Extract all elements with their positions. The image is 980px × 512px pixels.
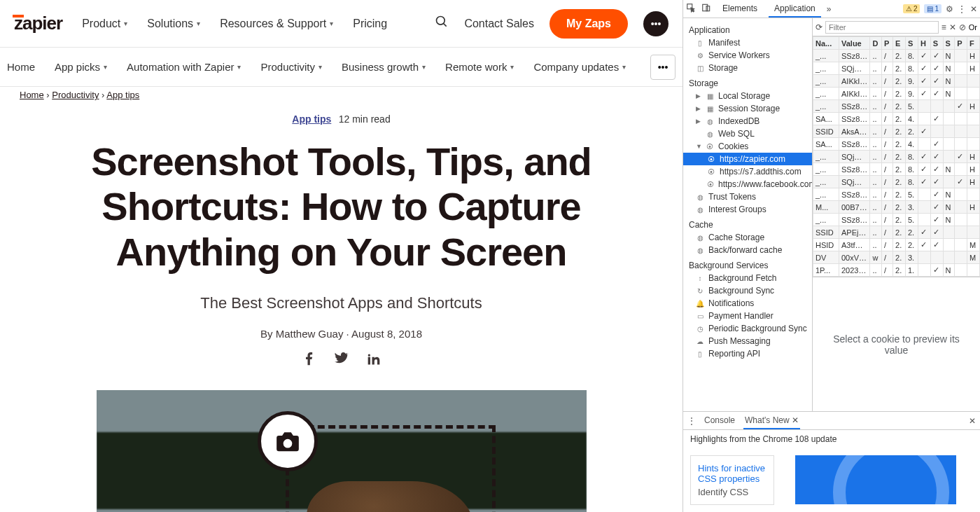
clear-icon[interactable]: ✕: [949, 22, 956, 32]
database-icon: ◫: [696, 64, 704, 72]
close-icon[interactable]: ✕: [969, 416, 976, 426]
crumb-app-tips[interactable]: App tips: [106, 90, 139, 100]
my-zaps-button[interactable]: My Zaps: [550, 9, 628, 39]
hint-link[interactable]: Hints for inactive CSS properties: [698, 463, 766, 484]
cookie-row[interactable]: SSIDAPEjDT...../2.2.✓✓: [813, 226, 980, 239]
cookie-row[interactable]: _...SSz8fU...../2.8.✓✓NH: [813, 50, 980, 62]
sidebar-item-bg-sync[interactable]: ↻Background Sync: [683, 284, 812, 297]
cookie-row[interactable]: _...SQjWfb...../2.8.✓✓✓H: [813, 176, 980, 188]
sidebar-item-manifest[interactable]: ▯Manifest: [683, 36, 812, 49]
cookie-row[interactable]: _...SSz8fU...../2.5.✓N: [813, 214, 980, 226]
sidebar-item-push[interactable]: ☁Push Messaging: [683, 335, 812, 347]
sidebar-item-interest-groups[interactable]: ◍Interest Groups: [683, 203, 812, 216]
contact-sales-link[interactable]: Contact Sales: [464, 18, 534, 30]
nav-resources[interactable]: Resources & Support▾: [220, 18, 333, 30]
search-icon[interactable]: [435, 15, 449, 32]
subnav-automation[interactable]: Automation with Zapier▾: [127, 61, 241, 73]
cookie-row[interactable]: SA...SSz8fU...../2.4.✓: [813, 138, 980, 151]
tab-elements[interactable]: Elements: [717, 1, 763, 18]
cookie-row[interactable]: SA...SSz8fU...../2.4.✓: [813, 113, 980, 125]
sidebar-item-periodic-sync[interactable]: ◷Periodic Background Sync: [683, 322, 812, 335]
refresh-icon[interactable]: ⟳: [816, 22, 822, 32]
whatsnew-card[interactable]: Hints for inactive CSS properties Identi…: [690, 455, 774, 505]
subnav-productivity[interactable]: Productivity▾: [260, 61, 322, 73]
crumb-home[interactable]: Home: [20, 90, 44, 100]
cookie-row[interactable]: HSIDA3tfCr9j...../2.2.✓✓M: [813, 239, 980, 251]
subnav-business[interactable]: Business growth▾: [342, 61, 426, 73]
filter-settings-icon[interactable]: ≡: [941, 22, 946, 32]
svg-rect-4: [706, 6, 710, 11]
kebab-icon[interactable]: ⋮: [687, 416, 696, 426]
subnav-company[interactable]: Company updates▾: [533, 61, 626, 73]
sidebar-section-application: Application: [683, 21, 812, 36]
info-badge[interactable]: ▤1: [924, 4, 941, 13]
device-toggle-icon[interactable]: [701, 3, 711, 15]
sidebar-item-storage[interactable]: ◫Storage: [683, 62, 812, 74]
sidebar-item-bf-cache[interactable]: ◍Back/forward cache: [683, 244, 812, 256]
cookie-row[interactable]: DV00xVb7...w/2.3.M: [813, 251, 980, 264]
crumb-productivity[interactable]: Productivity: [52, 90, 99, 100]
drawer-tab-console[interactable]: Console: [703, 413, 736, 429]
logo[interactable]: zapier: [14, 13, 62, 34]
sidebar-item-cookies[interactable]: ▼⦿Cookies: [683, 140, 812, 153]
sidebar-item-trust-tokens[interactable]: ◍Trust Tokens: [683, 191, 812, 203]
cookie-row[interactable]: _...AIKkIs2...../2.9.✓✓N: [813, 88, 980, 100]
cookie-domain-addthis[interactable]: ⦿https://s7.addthis.com: [683, 165, 812, 178]
twitter-icon[interactable]: [335, 352, 349, 369]
sidebar-item-reporting[interactable]: ▯Reporting API: [683, 347, 812, 360]
sidebar-item-local-storage[interactable]: ▶▦Local Storage: [683, 90, 812, 102]
sidebar-item-bg-fetch[interactable]: ↕Background Fetch: [683, 272, 812, 284]
more-menu-button[interactable]: •••: [643, 11, 668, 36]
sidebar-item-service-workers[interactable]: ⚙Service Workers: [683, 49, 812, 62]
cookie-row[interactable]: _...AIKkIs3...../2.9.✓✓N: [813, 75, 980, 88]
kebab-icon[interactable]: ⋮: [958, 4, 966, 14]
drawer-tab-whatsnew[interactable]: What's New ✕: [743, 413, 800, 429]
subnav-home[interactable]: Home: [7, 61, 35, 73]
file-icon: ▯: [696, 39, 704, 47]
svg-rect-3: [703, 4, 708, 11]
sidebar-item-cache-storage[interactable]: ◍Cache Storage: [683, 231, 812, 244]
sidebar-item-payment[interactable]: ▭Payment Handler: [683, 310, 812, 322]
cookie-row[interactable]: M...00B7FE...../2.3.✓NH: [813, 201, 980, 214]
cookie-row[interactable]: _...SSz8fU...../2.8.✓✓NH: [813, 163, 980, 176]
camera-icon: [258, 411, 318, 471]
close-icon[interactable]: ✕: [792, 415, 799, 425]
sidebar-item-notifications[interactable]: 🔔Notifications: [683, 297, 812, 310]
tab-application[interactable]: Application: [769, 1, 821, 18]
linkedin-icon[interactable]: [367, 352, 381, 369]
cookie-row[interactable]: 1P...2023-0...../2.1.✓N: [813, 264, 980, 277]
filter-input[interactable]: [825, 21, 939, 34]
cookie-row[interactable]: _...SSz8fU...../2.5.✓H: [813, 100, 980, 113]
cookie-table[interactable]: Na...ValueDPESHSSPF_...SSz8fU...../2.8.✓…: [813, 36, 980, 277]
database-icon: ◍: [696, 246, 704, 254]
article-content[interactable]: Home › Productivity › App tips App tips …: [0, 87, 682, 512]
nav-solutions[interactable]: Solutions▾: [147, 18, 200, 30]
nav-product[interactable]: Product▾: [82, 18, 127, 30]
close-icon[interactable]: ✕: [970, 4, 977, 14]
sidebar-section-cache: Cache: [683, 216, 812, 231]
category-link[interactable]: App tips: [292, 113, 331, 125]
inspect-icon[interactable]: [686, 3, 696, 15]
subnav-more-button[interactable]: •••: [650, 55, 676, 80]
block-icon[interactable]: ⊘: [959, 22, 966, 32]
settings-icon[interactable]: ⚙: [946, 4, 953, 14]
devtools-sidebar[interactable]: Application ▯Manifest ⚙Service Workers ◫…: [683, 18, 813, 411]
database-icon: ◍: [696, 193, 704, 201]
article-byline: By Matthew Guay · August 8, 2018: [28, 328, 654, 340]
sidebar-item-indexeddb[interactable]: ▶◍IndexedDB: [683, 115, 812, 127]
cookie-row[interactable]: _...SQjWfb...../2.8.✓✓✓H: [813, 151, 980, 163]
sidebar-item-websql[interactable]: ◍Web SQL: [683, 127, 812, 140]
cookie-row[interactable]: SSIDAksAw...../2.2.✓: [813, 125, 980, 138]
facebook-icon[interactable]: [302, 352, 316, 369]
sidebar-item-session-storage[interactable]: ▶▦Session Storage: [683, 102, 812, 115]
subnav-app-picks[interactable]: App picks▾: [55, 61, 107, 73]
cookie-domain-zapier[interactable]: ⦿https://zapier.com: [683, 153, 812, 165]
more-tabs-icon[interactable]: »: [827, 4, 832, 14]
nav-pricing[interactable]: Pricing: [353, 18, 387, 30]
cookie-row[interactable]: _...SSz8fU...../2.5.✓N: [813, 188, 980, 201]
warning-badge[interactable]: ⚠2: [903, 4, 920, 13]
cookie-row[interactable]: _...SQjWfb...../2.8.✓✓NH: [813, 62, 980, 75]
subnav-remote[interactable]: Remote work▾: [445, 61, 514, 73]
gear-icon: ⚙: [696, 51, 704, 60]
cookie-domain-facebook[interactable]: ⦿https://www.facebook.com: [683, 178, 812, 191]
